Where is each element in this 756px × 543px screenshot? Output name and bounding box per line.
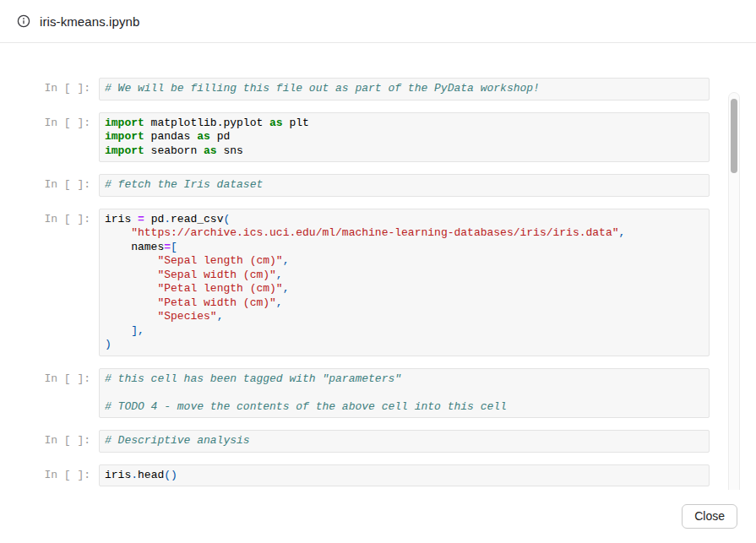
code-line: # fetch the Iris dataset	[105, 178, 704, 193]
code-line: # We will be filling this file out as pa…	[105, 82, 704, 96]
notebook-cells: In [ ]:# We will be filling this file ou…	[0, 43, 756, 486]
notebook-cell: In [ ]:# Descriptive analysis	[0, 430, 710, 453]
code-line: "Species",	[105, 310, 704, 324]
notebook-cell: In [ ]:# this cell has been tagged with …	[0, 368, 710, 419]
cell-code: iris = pd.read_csv( "https://archive.ics…	[99, 209, 710, 356]
cell-code: # Descriptive analysis	[99, 430, 710, 453]
cell-code: # fetch the Iris dataset	[99, 174, 710, 197]
code-line: names=[	[105, 241, 704, 255]
cell-code: iris.head()	[99, 464, 710, 487]
cell-prompt: In [ ]:	[0, 78, 99, 96]
scrollbar-track[interactable]	[728, 92, 740, 490]
cell-code: import matplotlib.pyplot as pltimport pa…	[99, 112, 710, 163]
notebook-cell: In [ ]:import matplotlib.pyplot as pltim…	[0, 112, 710, 163]
cell-prompt: In [ ]:	[0, 174, 99, 193]
notebook-title: iris-kmeans.ipynb	[40, 14, 139, 29]
code-line: "https://archive.ics.uci.edu/ml/machine-…	[105, 226, 704, 241]
code-line: # TODO 4 - move the contents of the abov…	[105, 400, 704, 415]
notebook-preview: In [ ]:# We will be filling this file ou…	[0, 43, 756, 490]
code-line: iris.head()	[105, 469, 704, 483]
code-line: )	[105, 338, 704, 352]
notebook-cell: In [ ]:# fetch the Iris dataset	[0, 174, 710, 197]
cell-prompt: In [ ]:	[0, 112, 99, 131]
code-line: import matplotlib.pyplot as plt	[105, 117, 704, 131]
code-line: ],	[105, 324, 704, 339]
cell-code: # We will be filling this file out as pa…	[99, 78, 710, 100]
scrollbar-thumb[interactable]	[731, 99, 737, 173]
code-line: # this cell has been tagged with "parame…	[105, 372, 704, 387]
code-line	[105, 386, 704, 400]
cell-prompt: In [ ]:	[0, 464, 99, 483]
code-line: "Petal width (cm)",	[105, 296, 704, 311]
notebook-cell: In [ ]:iris.head()	[0, 464, 710, 487]
notebook-cell: In [ ]:iris = pd.read_csv( "https://arch…	[0, 209, 710, 356]
code-line: import seaborn as sns	[105, 144, 704, 159]
cell-prompt: In [ ]:	[0, 430, 99, 448]
cell-prompt: In [ ]:	[0, 368, 99, 387]
cell-code: # this cell has been tagged with "parame…	[99, 368, 710, 419]
cell-prompt: In [ ]:	[0, 209, 99, 227]
code-line: iris = pd.read_csv(	[105, 213, 704, 227]
code-line: "Sepal length (cm)",	[105, 254, 704, 269]
notebook-cell: In [ ]:# We will be filling this file ou…	[0, 78, 710, 100]
info-icon	[17, 14, 30, 28]
code-line: "Sepal width (cm)",	[105, 269, 704, 283]
close-button[interactable]: Close	[682, 504, 737, 529]
code-line: import pandas as pd	[105, 130, 704, 144]
dialog-header: iris-kmeans.ipynb	[0, 0, 756, 43]
code-line: "Petal length (cm)",	[105, 282, 704, 296]
code-line: # Descriptive analysis	[105, 434, 704, 448]
